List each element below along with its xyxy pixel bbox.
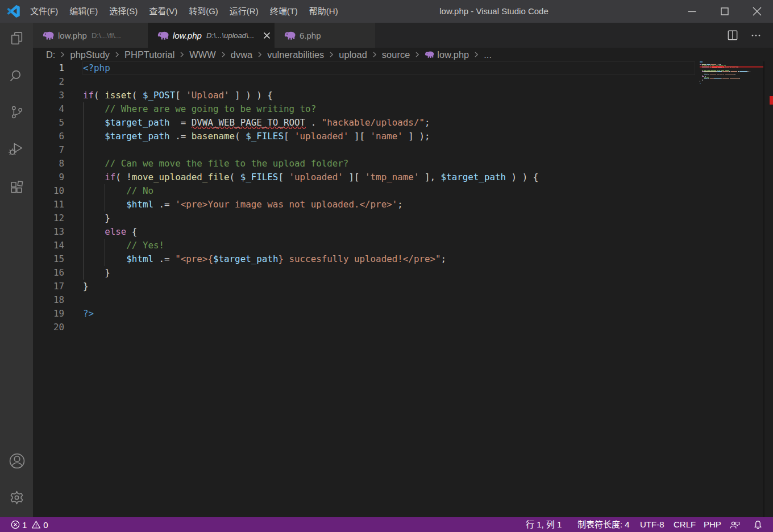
status-cursor-position[interactable]: 行 1, 列 1 xyxy=(526,517,562,532)
close-icon xyxy=(753,7,762,16)
code-line-11[interactable]: $html .= '<pre>Your image was not upload… xyxy=(83,198,403,211)
status-encoding[interactable]: UTF-8 xyxy=(640,517,664,532)
menu-item-go[interactable]: 转到(G) xyxy=(183,0,224,23)
minimap-token xyxy=(722,78,729,79)
activity-bar-extensions[interactable] xyxy=(0,171,33,206)
breadcrumb-item-file[interactable]: low.php xyxy=(437,49,469,60)
source-control-icon xyxy=(9,104,25,120)
code-line-3[interactable]: if( isset( $_POST[ 'Upload' ] ) ) { xyxy=(83,89,273,102)
maximize-button[interactable] xyxy=(708,0,741,23)
minimap[interactable] xyxy=(700,61,763,517)
warning-icon xyxy=(31,520,41,529)
code-line-6[interactable]: $target_path .= basename( $_FILES[ 'uplo… xyxy=(83,130,430,143)
debug-icon xyxy=(9,142,25,158)
more-actions-button[interactable] xyxy=(746,24,766,47)
line-number[interactable]: 4 xyxy=(33,102,64,116)
status-language-mode[interactable]: PHP xyxy=(704,517,721,532)
close-window-button[interactable] xyxy=(741,0,773,23)
code-line-14[interactable]: // Yes! xyxy=(83,239,164,252)
breadcrumb-item-d[interactable]: D: xyxy=(46,49,55,60)
code-line-13[interactable]: else { xyxy=(83,225,137,239)
minimize-button[interactable] xyxy=(676,0,708,23)
tab-label: 6.php xyxy=(300,31,321,40)
line-number[interactable]: 14 xyxy=(33,239,64,252)
code-line-8[interactable]: // Can we move the file to the upload fo… xyxy=(83,157,348,171)
notifications-button[interactable] xyxy=(753,517,763,532)
menu-item-selection[interactable]: 选择(S) xyxy=(103,0,143,23)
breadcrumb-item-source[interactable]: source xyxy=(382,49,410,60)
line-number[interactable]: 1 xyxy=(33,61,64,75)
activity-bar-explorer[interactable] xyxy=(0,20,33,56)
feedback-button[interactable] xyxy=(729,517,740,532)
minimap-token xyxy=(710,64,710,65)
line-number[interactable]: 6 xyxy=(33,130,64,143)
line-number[interactable]: 15 xyxy=(33,252,64,266)
breadcrumb-item-phpstudy[interactable]: phpStudy xyxy=(70,49,110,60)
breadcrumb-item-dvwa[interactable]: dvwa xyxy=(231,49,252,60)
breadcrumb-item-phptutorial[interactable]: PHPTutorial xyxy=(124,49,174,60)
status-eol[interactable]: CRLF xyxy=(674,517,696,532)
minimap-token xyxy=(711,70,713,70)
minimap-token xyxy=(700,81,700,81)
breadcrumb-item-www[interactable]: WWW xyxy=(189,49,215,60)
line-number[interactable]: 17 xyxy=(33,280,64,293)
line-number[interactable]: 7 xyxy=(33,143,64,157)
line-number[interactable]: 16 xyxy=(33,266,64,280)
code-line-19[interactable]: ?> xyxy=(83,307,94,321)
menu-item-run[interactable]: 运行(R) xyxy=(224,0,264,23)
problems-button[interactable]: 1 0 xyxy=(11,517,48,532)
line-number[interactable]: 18 xyxy=(33,293,64,307)
activity-bar-source-control[interactable] xyxy=(0,94,33,130)
gear-icon xyxy=(9,489,25,506)
code-line-10[interactable]: // No xyxy=(83,184,153,198)
code-line-17[interactable]: } xyxy=(83,280,89,293)
activity-bar-settings[interactable] xyxy=(0,480,33,515)
code-line-16[interactable]: } xyxy=(83,266,110,280)
line-number[interactable]: 19 xyxy=(33,307,64,321)
menu-item-terminal[interactable]: 终端(T) xyxy=(264,0,304,23)
line-number[interactable]: 9 xyxy=(33,171,64,184)
chevron-right-icon xyxy=(178,51,186,59)
menu-item-view[interactable]: 查看(V) xyxy=(143,0,183,23)
line-number[interactable]: 5 xyxy=(33,116,64,130)
code-line-9[interactable]: if( !move_uploaded_file( $_FILES[ 'uploa… xyxy=(83,171,538,184)
split-editor-button[interactable] xyxy=(723,24,742,47)
breadcrumb-symbol[interactable]: ... xyxy=(484,49,492,60)
activity-bar-search[interactable] xyxy=(0,58,33,93)
code-line-15[interactable]: $html .= "<pre>{$target_path} succesfull… xyxy=(83,252,446,266)
feedback-icon xyxy=(729,520,740,530)
error-icon xyxy=(11,520,20,529)
chevron-right-icon xyxy=(327,51,335,59)
breadcrumb-item-upload[interactable]: upload xyxy=(339,49,367,60)
code-line-12[interactable]: } xyxy=(83,211,110,225)
menu-item-file[interactable]: 文件(F) xyxy=(24,0,64,23)
code-line-4[interactable]: // Where are we going to be writing to? xyxy=(83,102,316,116)
line-number[interactable]: 20 xyxy=(33,321,64,334)
status-bar: 1 0 行 1, 列 1制表符长度: 4UTF-8CRLFPHP xyxy=(0,517,773,532)
minimap-token xyxy=(702,75,703,76)
line-number[interactable]: 3 xyxy=(33,89,64,102)
line-number[interactable]: 12 xyxy=(33,211,64,225)
tab-close-button[interactable] xyxy=(262,31,271,40)
line-number[interactable]: 10 xyxy=(33,184,64,198)
line-number[interactable]: 13 xyxy=(33,225,64,239)
minimap-token xyxy=(747,71,748,72)
activity-bar-run-debug[interactable] xyxy=(0,132,33,167)
tab-description: D:\...\upload\... xyxy=(206,31,255,40)
line-number[interactable]: 2 xyxy=(33,75,64,89)
activity-bar-account[interactable] xyxy=(0,443,33,478)
minimap-token xyxy=(710,68,711,68)
editor-tab-1[interactable]: low.php D:\...\fi\... xyxy=(33,23,148,48)
editor-tab-2[interactable]: low.php D:\...\upload\... xyxy=(148,23,275,48)
current-line-highlight xyxy=(82,61,695,75)
editor-tab-3[interactable]: 6.php xyxy=(275,23,375,48)
breadcrumb-item-vulnerabilities[interactable]: vulnerabilities xyxy=(267,49,324,60)
search-icon xyxy=(9,68,25,84)
menu-item-help[interactable]: 帮助(H) xyxy=(304,0,344,23)
line-number[interactable]: 8 xyxy=(33,157,64,171)
code-editor[interactable]: 1234567891011121314151617181920 <?phpif(… xyxy=(33,61,773,517)
line-number[interactable]: 11 xyxy=(33,198,64,211)
code-line-1[interactable]: <?php xyxy=(83,61,110,75)
status-indentation[interactable]: 制表符长度: 4 xyxy=(577,517,630,532)
menu-item-edit[interactable]: 编辑(E) xyxy=(64,0,103,23)
